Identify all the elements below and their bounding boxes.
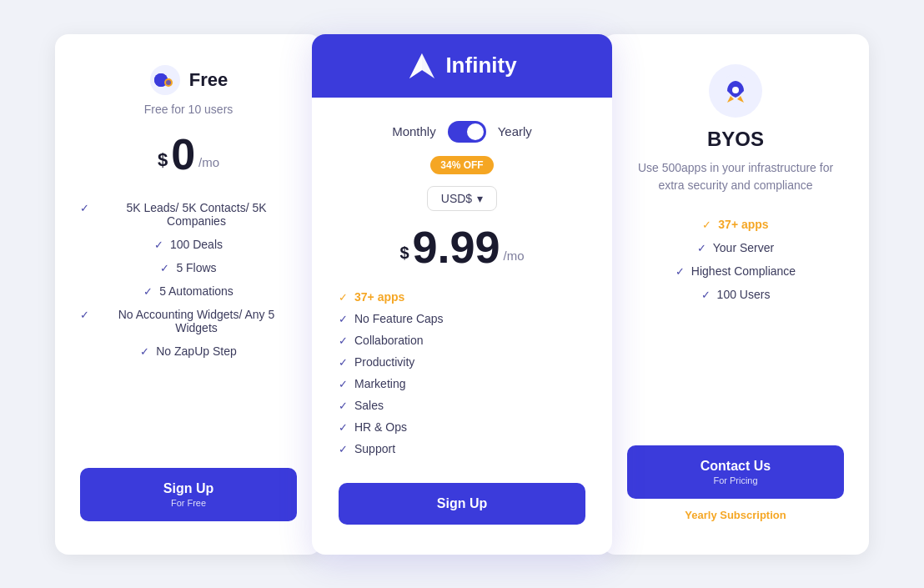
infinity-header: Infinity bbox=[312, 34, 612, 98]
check-icon: ✓ bbox=[701, 289, 711, 301]
byos-icon-wrap bbox=[709, 64, 762, 118]
infinity-body: Monthly Yearly 34% OFF USD$ ▾ $ 9.99 /mo… bbox=[312, 98, 612, 555]
svg-point-8 bbox=[732, 87, 739, 93]
check-icon: ✓ bbox=[143, 285, 153, 298]
list-item: ✓ 5 Automations bbox=[80, 279, 297, 303]
billing-toggle[interactable] bbox=[448, 121, 486, 143]
monthly-label: Monthly bbox=[392, 124, 436, 138]
svg-marker-6 bbox=[409, 53, 422, 78]
free-price-period: /mo bbox=[198, 155, 219, 169]
list-item: ✓ HR & Ops bbox=[339, 416, 585, 438]
check-icon: ✓ bbox=[154, 239, 163, 251]
pricing-section: Free Free for 10 users $ 0 /mo ✓ 5K Lead… bbox=[0, 18, 924, 571]
infinity-price-main: 9.99 bbox=[413, 224, 500, 269]
free-title: Free bbox=[189, 69, 228, 91]
free-signup-button[interactable]: Sign Up For Free bbox=[80, 468, 297, 521]
check-icon: ✓ bbox=[339, 356, 348, 369]
check-icon: ✓ bbox=[339, 400, 348, 412]
check-icon: ✓ bbox=[339, 378, 348, 390]
infinity-logo: Infinity bbox=[407, 51, 516, 81]
free-plan-icon bbox=[149, 64, 181, 96]
free-price-row: $ 0 /mo bbox=[158, 133, 219, 176]
check-icon: ✓ bbox=[675, 265, 685, 278]
list-item: ✓ No ZapUp Step bbox=[80, 339, 297, 363]
free-price-dollar: $ bbox=[158, 149, 168, 171]
check-icon: ✓ bbox=[140, 345, 149, 358]
free-title-row: Free bbox=[149, 64, 228, 96]
infinity-plan-icon bbox=[407, 51, 437, 81]
check-icon: ✓ bbox=[80, 202, 89, 214]
yearly-label: Yearly bbox=[498, 124, 532, 138]
infinity-card: Infinity Monthly Yearly 34% OFF USD$ ▾ $… bbox=[312, 34, 612, 555]
chevron-down-icon: ▾ bbox=[477, 192, 483, 205]
check-icon: ✓ bbox=[697, 242, 706, 254]
free-features-list: ✓ 5K Leads/ 5K Contacts/ 5K Companies ✓ … bbox=[80, 196, 297, 363]
infinity-features-list: ✓ 37+ apps ✓ No Feature Caps ✓ Collabora… bbox=[339, 286, 585, 460]
list-item: ✓ 5K Leads/ 5K Contacts/ 5K Companies bbox=[80, 196, 297, 233]
infinity-title: Infinity bbox=[445, 53, 516, 78]
byos-description: Use 500apps in your infrastructure for e… bbox=[627, 159, 844, 194]
list-item: ✓ No Accounting Widgets/ Any 5 Widgets bbox=[80, 303, 297, 339]
infinity-signup-button[interactable]: Sign Up bbox=[339, 483, 585, 525]
byos-features-list: ✓ 37+ apps ✓ Your Server ✓ Highest Compl… bbox=[627, 213, 844, 306]
infinity-price-period: /mo bbox=[504, 249, 525, 263]
check-icon: ✓ bbox=[339, 421, 348, 434]
list-item: ✓ Your Server bbox=[627, 236, 844, 259]
check-icon: ✓ bbox=[339, 443, 348, 455]
list-item: ✓ Support bbox=[339, 438, 585, 460]
list-item: ✓ 37+ apps bbox=[627, 213, 844, 236]
infinity-price-row: $ 9.99 /mo bbox=[399, 224, 524, 269]
yearly-subscription-link[interactable]: Yearly Subscription bbox=[685, 509, 786, 521]
list-item: ✓ 100 Deals bbox=[80, 233, 297, 256]
free-card: Free Free for 10 users $ 0 /mo ✓ 5K Lead… bbox=[55, 34, 322, 555]
list-item: ✓ 100 Users bbox=[627, 283, 844, 306]
list-item: ✓ Productivity bbox=[339, 351, 585, 373]
byos-title: BYOS bbox=[707, 128, 764, 151]
infinity-price-dollar: $ bbox=[399, 244, 409, 263]
check-icon: ✓ bbox=[80, 309, 89, 321]
billing-toggle-row: Monthly Yearly bbox=[392, 121, 532, 143]
byos-contact-button[interactable]: Contact Us For Pricing bbox=[627, 445, 844, 499]
list-item: ✓ No Feature Caps bbox=[339, 308, 585, 329]
list-item: ✓ Marketing bbox=[339, 373, 585, 395]
list-item: ✓ Sales bbox=[339, 395, 585, 416]
discount-badge: 34% OFF bbox=[430, 156, 493, 174]
free-price-main: 0 bbox=[171, 133, 195, 176]
list-item: ✓ 5 Flows bbox=[80, 256, 297, 279]
list-item: ✓ Collaboration bbox=[339, 329, 585, 351]
check-icon: ✓ bbox=[339, 334, 348, 347]
check-icon: ✓ bbox=[160, 262, 169, 274]
check-icon: ✓ bbox=[339, 313, 348, 325]
check-icon: ✓ bbox=[339, 291, 348, 304]
check-icon: ✓ bbox=[702, 219, 711, 231]
free-subtitle: Free for 10 users bbox=[144, 103, 234, 116]
list-item: ✓ 37+ apps bbox=[339, 286, 585, 308]
list-item: ✓ Highest Compliance bbox=[627, 259, 844, 283]
svg-point-4 bbox=[166, 80, 171, 85]
byos-card: BYOS Use 500apps in your infrastructure … bbox=[602, 34, 869, 555]
byos-plan-icon bbox=[719, 74, 752, 108]
currency-selector[interactable]: USD$ ▾ bbox=[427, 186, 497, 211]
